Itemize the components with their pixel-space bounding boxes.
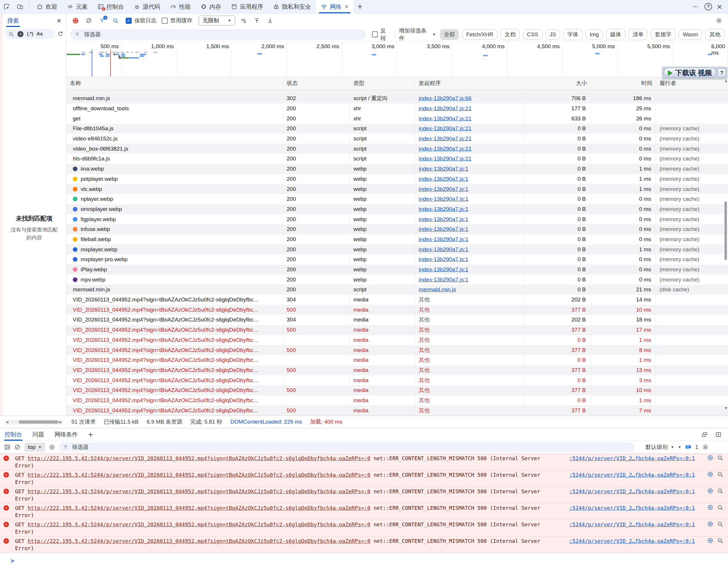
table-row[interactable]: 200webpindex-13b290a7.js:10 B0 ms(memory… (67, 90, 728, 93)
record-network-log-button[interactable] (71, 16, 80, 25)
initiator-link[interactable]: index-13b290a7.js:21 (419, 105, 472, 112)
issues-count[interactable]: 1 (695, 444, 698, 450)
clear-network-log-button[interactable] (84, 16, 94, 25)
more-options-button[interactable] (689, 3, 702, 10)
column-header-2[interactable]: 类型 (350, 77, 415, 90)
table-row[interactable]: mermaid.min.js302script / 重定向index-13b29… (67, 93, 728, 104)
column-header-4[interactable]: 大小 (524, 77, 591, 90)
search-message-icon[interactable] (717, 488, 723, 494)
initiator-link[interactable]: index-13b290a7.js:21 (419, 146, 472, 152)
vertical-scrollbar[interactable] (725, 201, 727, 260)
error-source-link[interactable]: :5244/p/server/VID_2…fbch4a-oaZeRPs=:0:1 (569, 521, 695, 528)
table-row[interactable]: figplayer.webp200webpindex-13b290a7.js:1… (67, 214, 728, 224)
regex-toggle[interactable]: (.*) (27, 31, 33, 36)
filter-chip-manifest[interactable]: 清单 (628, 29, 648, 40)
error-request-link[interactable]: http://222.195.5.42:5244/p/server/VID_20… (27, 488, 370, 494)
close-devtools-button[interactable]: × (714, 2, 725, 11)
table-row[interactable]: VID_20260113_044952.mp4?sign=tBoAZAzOkCJ… (67, 345, 728, 355)
initiator-link[interactable]: mermaid.min.js (419, 287, 456, 293)
table-row[interactable]: hls-d6b9fc1a.js200scriptindex-13b290a7.j… (67, 154, 728, 164)
issues-bubble-icon[interactable] (685, 444, 692, 450)
search-message-icon[interactable] (717, 537, 723, 544)
filter-chip-other[interactable]: 其他 (705, 29, 725, 40)
table-row[interactable]: mxplayer-pro.webp200webpindex-13b290a7.j… (67, 254, 728, 265)
error-source-link[interactable]: :5244/p/server/VID_2…fbch4a-oaZeRPs=:0:1 (569, 471, 695, 478)
open-in-network-icon[interactable] (707, 471, 714, 478)
initiator-link[interactable]: index-13b290a7.js:21 (419, 155, 472, 162)
initiator-link[interactable]: index-13b290a7.js:1 (419, 196, 468, 202)
filter-chip-wasm[interactable]: Wasm (679, 30, 702, 39)
device-toolbar-button[interactable] (13, 0, 27, 13)
table-row[interactable]: VID_20260113_044952.mp4?sign=tBoAZAzOkCJ… (67, 295, 728, 305)
filter-chip-js[interactable]: JS (545, 30, 560, 39)
error-source-link[interactable]: :5244/p/server/VID_2…fbch4a-oaZeRPs=:0:1 (569, 537, 695, 545)
initiator-link[interactable]: index-13b290a7.js:1 (419, 216, 468, 223)
initiator-link[interactable]: index-13b290a7.js:1 (419, 166, 468, 172)
close-tab-icon[interactable]: × (345, 3, 349, 10)
throttling-dropdown[interactable]: 无限制 ▼ (199, 16, 235, 25)
download-video-button[interactable]: 下载该 视频 (663, 68, 716, 78)
table-row[interactable]: VID_20260113_044952.mp4?sign=tBoAZAzOkCJ… (67, 325, 728, 335)
error-request-link[interactable]: http://222.195.5.42:5244/p/server/VID_20… (27, 505, 370, 511)
search-network-button[interactable] (111, 16, 120, 25)
error-source-link[interactable]: :5244/p/server/VID_2…fbch4a-oaZeRPs=:0:1 (569, 488, 695, 495)
filter-chip-css[interactable]: CSS (523, 30, 542, 39)
table-row[interactable]: potplayer.webp200webpindex-13b290a7.js:1… (67, 174, 728, 184)
table-row[interactable]: iina.webp200webpindex-13b290a7.js:10 B1 … (67, 164, 728, 174)
initiator-link[interactable]: index-13b290a7.js:21 (419, 135, 472, 142)
column-header-1[interactable]: 状态 (283, 77, 350, 90)
error-request-link[interactable]: http://222.195.5.42:5244/p/server/VID_20… (27, 538, 370, 544)
import-har-button[interactable] (252, 16, 262, 25)
open-in-network-icon[interactable] (707, 521, 714, 527)
error-request-link[interactable]: http://222.195.5.42:5244/p/server/VID_20… (27, 522, 370, 528)
initiator-link[interactable]: index-13b290a7.js:1 (419, 236, 468, 243)
initiator-link[interactable]: index-13b290a7.js:66 (419, 95, 472, 102)
initiator-link[interactable]: index-13b290a7.js:1 (419, 176, 468, 182)
network-conditions-button[interactable] (239, 16, 248, 25)
table-row[interactable]: mxplayer.webp200webpindex-13b290a7.js:10… (67, 244, 728, 254)
initiator-link[interactable]: index-13b290a7.js:21 (419, 115, 472, 122)
tab-welcome[interactable]: 欢迎 (32, 0, 62, 13)
console-tab-console[interactable]: 控制台 (5, 428, 22, 441)
clear-console-icon[interactable] (14, 444, 21, 450)
filter-chip-doc[interactable]: 文档 (500, 29, 520, 40)
search-message-icon[interactable] (717, 471, 723, 478)
error-request-link[interactable]: http://222.195.5.42:5244/p/server/VID_20… (27, 455, 370, 461)
scrollbar-thumb[interactable] (19, 421, 58, 424)
tab-elements[interactable]: 元素 (62, 0, 93, 13)
table-row[interactable]: VID_20260113_044952.mp4?sign=tBoAZAzOkCJ… (67, 395, 728, 406)
table-row[interactable]: mermaid.min.js200scriptmermaid.min.js0 B… (67, 284, 728, 295)
table-row[interactable]: VID_20260113_044952.mp4?sign=tBoAZAzOkCJ… (67, 305, 728, 315)
console-settings-icon[interactable] (702, 444, 709, 450)
console-tab-issues[interactable]: 问题 (32, 428, 44, 441)
column-header-5[interactable]: 时间 (591, 77, 656, 90)
invert-filter-option[interactable]: 反转 (372, 27, 390, 42)
table-row[interactable]: VID_20260113_044952.mp4?sign=tBoAZAzOkCJ… (67, 375, 728, 385)
table-row[interactable]: VID_20260113_044952.mp4?sign=tBoAZAzOkCJ… (67, 355, 728, 365)
error-source-link[interactable]: :5244/p/server/VID_2…fbch4a-oaZeRPs=:0:1 (569, 455, 695, 462)
error-source-link[interactable]: :5244/p/server/VID_2…fbch4a-oaZeRPs=:0:1 (569, 504, 695, 511)
preserve-log-option[interactable]: ✓ 保留日志 (126, 17, 156, 24)
scroll-down-icon[interactable]: ▼ (724, 406, 728, 410)
table-row[interactable]: File-d8b1045a.js200scriptindex-13b290a7.… (67, 124, 728, 134)
tab-performance[interactable]: 性能 (165, 0, 196, 13)
preserve-log-checkbox[interactable]: ✓ (126, 18, 132, 24)
table-row[interactable]: mpv.webp200webpindex-13b290a7.js:10 B0 m… (67, 274, 728, 284)
scroll-up-icon[interactable]: ▲ (724, 79, 728, 83)
filter-toggle-button[interactable]: x (97, 16, 107, 25)
execution-context-dropdown[interactable]: top ▼ (24, 443, 45, 452)
table-row[interactable]: infuse.webp200webpindex-13b290a7.js:10 B… (67, 224, 728, 234)
initiator-link[interactable]: index-13b290a7.js:1 (419, 226, 468, 232)
table-row[interactable]: fileball.webp200webpindex-13b290a7.js:10… (67, 234, 728, 245)
live-expression-icon[interactable] (49, 444, 55, 450)
table-row[interactable]: omniplayer.webp200webpindex-13b290a7.js:… (67, 204, 728, 214)
download-help-button[interactable]: ? (718, 69, 726, 77)
initiator-link[interactable]: index-13b290a7.js:1 (419, 186, 468, 192)
horizontal-scrollbar[interactable]: ◀ ▶ (5, 420, 63, 425)
table-row[interactable]: VID_20260113_044952.mp4?sign=tBoAZAzOkCJ… (67, 335, 728, 345)
search-message-icon[interactable] (717, 521, 723, 527)
table-row[interactable]: nplayer.webp200webpindex-13b290a7.js:10 … (67, 194, 728, 204)
scroll-right-icon[interactable]: ▶ (59, 421, 62, 424)
table-row[interactable]: vlc.webp200webpindex-13b290a7.js:10 B1 m… (67, 184, 728, 194)
scroll-left-icon[interactable]: ◀ (6, 421, 8, 424)
